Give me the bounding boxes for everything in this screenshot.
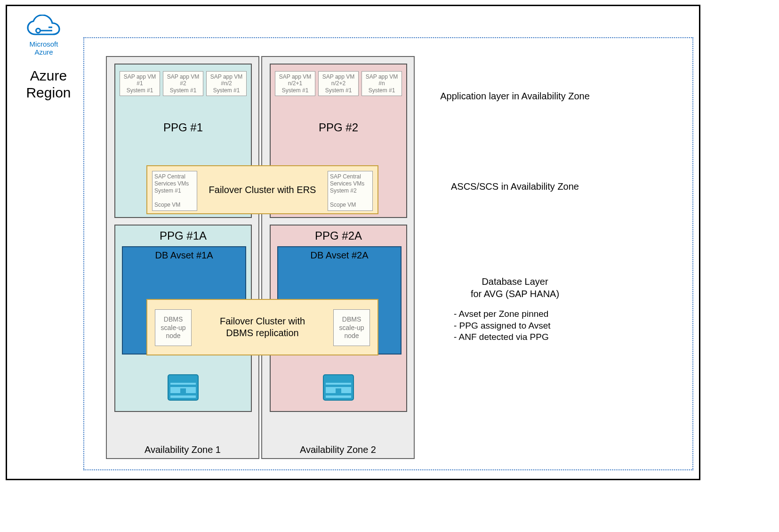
zone-label: Availability Zone 1: [107, 444, 258, 455]
region-title: Azure Region: [16, 67, 81, 101]
annotation-ascs: ASCS/SCS in Availability Zone: [433, 180, 597, 193]
failover-label: Failover Cluster withDBMS replication: [220, 315, 305, 339]
scs-vm-box: SAP Central Services VMs System #1 Scope…: [152, 171, 197, 211]
storage-icon: [168, 374, 199, 403]
ppg-title: PPG #1A: [115, 229, 251, 242]
svg-rect-7: [180, 388, 186, 395]
annotation-list-item: ANF detected via PPG: [454, 331, 576, 343]
annotation-list: Avset per Zone pinned PPG assigned to Av…: [454, 308, 576, 343]
db-avset-title: DB Avset #1A: [123, 250, 245, 261]
failover-cluster-dbms: DBMS scale-up node Failover Cluster with…: [146, 299, 378, 355]
sap-app-vm: SAP app VMn/2+2System #1: [318, 71, 359, 96]
svg-point-0: [36, 29, 40, 33]
sap-app-vm: SAP app VM#nSystem #1: [361, 71, 402, 96]
ppg-title: PPG #2: [271, 121, 406, 134]
annotation-db-layer: Database Layerfor AVG (SAP HANA) Avset p…: [433, 275, 597, 343]
annotation-app-layer: Application layer in Availability Zone: [433, 90, 597, 102]
dbms-node-box: DBMS scale-up node: [155, 309, 192, 346]
svg-rect-12: [336, 388, 341, 395]
availability-zone-1: SAP app VM#1System #1 SAP app VM#2System…: [106, 56, 259, 459]
storage-icon: [323, 374, 354, 403]
scs-vm-box: SAP Central Services VMs System #2 Scope…: [328, 171, 373, 211]
sap-app-vm: SAP app VM#n/2System #1: [206, 71, 247, 96]
dbms-node-box: DBMS scale-up node: [333, 309, 370, 346]
azure-cloud-icon: [25, 15, 63, 39]
azure-logo-text: MicrosoftAzure: [20, 40, 67, 56]
vm-row: SAP app VMn/2+1System #1 SAP app VMn/2+2…: [274, 71, 402, 96]
diagram-frame: MicrosoftAzure Azure Region SAP app VM#1…: [6, 5, 700, 480]
zone-label: Availability Zone 2: [262, 444, 414, 455]
failover-cluster-ers: SAP Central Services VMs System #1 Scope…: [146, 165, 378, 214]
azure-logo: MicrosoftAzure: [20, 15, 67, 56]
sap-app-vm: SAP app VM#2System #1: [163, 71, 203, 96]
annotation-list-item: PPG assigned to Avset: [454, 320, 576, 332]
svg-rect-10: [326, 385, 351, 387]
ppg-title: PPG #2A: [271, 229, 406, 242]
annotation-list-item: Avset per Zone pinned: [454, 308, 576, 320]
svg-rect-5: [170, 385, 196, 387]
availability-zone-2: SAP app VMn/2+1System #1 SAP app VMn/2+2…: [261, 56, 415, 459]
vm-row: SAP app VM#1System #1 SAP app VM#2System…: [119, 71, 247, 96]
sap-app-vm: SAP app VMn/2+1System #1: [275, 71, 315, 96]
db-avset-title: DB Avset #2A: [278, 250, 401, 261]
sap-app-vm: SAP app VM#1System #1: [120, 71, 160, 96]
ppg-title: PPG #1: [115, 121, 251, 134]
failover-label: Failover Cluster with ERS: [209, 184, 316, 196]
